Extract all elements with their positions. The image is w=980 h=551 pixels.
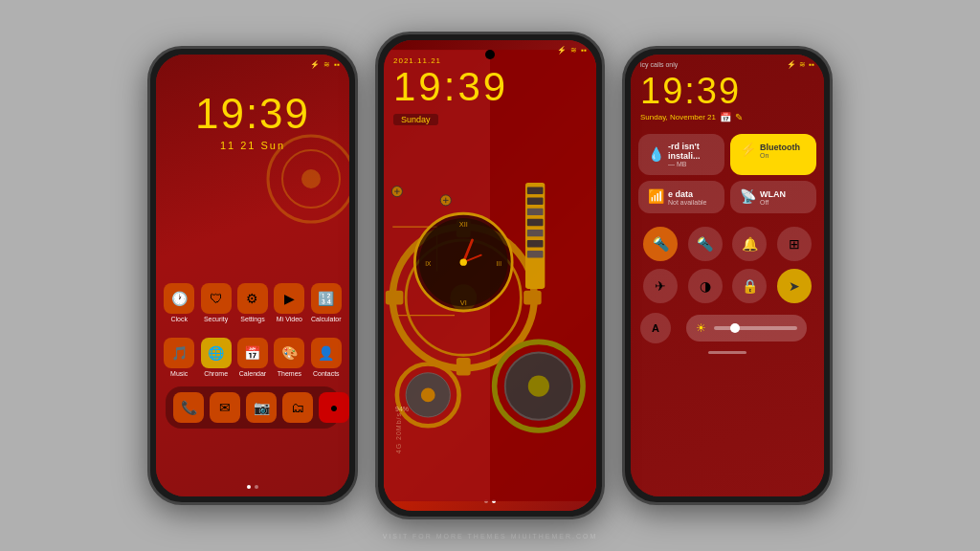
bottom-controls: A ☀ xyxy=(631,307,824,349)
phone-3: icy calls only ⚡ ≋ ▪▪ 19:39 Sunday, Nove… xyxy=(622,46,833,505)
app-icon-security: 🛡 xyxy=(201,283,232,314)
home-indicator xyxy=(631,351,824,354)
airplane-icon: ✈ xyxy=(655,278,666,294)
app-icon-mivideo: ▶ xyxy=(274,283,304,314)
wifi-icon-2: ≋ xyxy=(570,46,577,55)
app-grid-2: 🎵 Music 🌐 Chrome 📅 Calendar 🎨 Themes 👤 xyxy=(156,330,349,381)
status-left: icy calls only xyxy=(640,61,678,68)
phone-2-screen: XII III VI IX xyxy=(384,40,596,511)
svg-text:VI: VI xyxy=(460,298,467,307)
app-music[interactable]: 🎵 Music xyxy=(164,338,194,377)
tile-mobile[interactable]: 📶 e data Not available xyxy=(638,181,724,213)
svg-point-17 xyxy=(528,376,549,397)
svg-point-2 xyxy=(301,169,321,188)
tile-bt-label: Bluetooth xyxy=(760,143,800,152)
tile-bt-icon: ⚡ xyxy=(740,142,756,157)
app-contacts[interactable]: 👤 Contacts xyxy=(311,338,342,377)
control-center: icy calls only ⚡ ≋ ▪▪ 19:39 Sunday, Nove… xyxy=(631,55,824,496)
svg-rect-31 xyxy=(527,187,544,194)
app-label-mivideo: Mi Video xyxy=(277,316,302,322)
home-screen: ⚡ ≋ ▪▪ 19:39 11 21 Sun 🕐 Clock xyxy=(156,55,349,496)
control-date: Sunday, November 21 📅 ✎ xyxy=(631,112,824,122)
app-chrome[interactable]: 🌐 Chrome xyxy=(200,338,231,377)
calendar-icon-ctrl[interactable]: 📅 xyxy=(720,112,731,122)
tile-data-icon: 💧 xyxy=(648,146,664,162)
battery-icon: ▪▪ xyxy=(334,60,340,69)
app-label-music: Music xyxy=(170,370,188,377)
app-icon-music: 🎵 xyxy=(164,338,194,368)
app-label-clock: Clock xyxy=(170,316,188,322)
lock-icon: 🔒 xyxy=(742,278,758,294)
app-calculator[interactable]: 🔢 Calculator xyxy=(311,283,342,322)
app-clock[interactable]: 🕐 Clock xyxy=(164,283,194,322)
app-phone[interactable]: 📞 xyxy=(173,392,204,423)
lock-screen: XII III VI IX xyxy=(384,40,596,511)
app-calendar[interactable]: 📅 Calendar xyxy=(237,338,268,377)
app-miui[interactable]: ● xyxy=(319,392,349,423)
app-label-contacts: Contacts xyxy=(313,370,340,377)
tile-wlan[interactable]: 📡 WLAN Off xyxy=(730,181,816,213)
app-icon-files: 🗂 xyxy=(282,392,313,423)
svg-text:III: III xyxy=(497,260,502,267)
tile-bluetooth[interactable]: ⚡ Bluetooth On xyxy=(730,134,816,175)
wifi-icon: ≋ xyxy=(323,60,330,69)
app-files[interactable]: 🗂 xyxy=(282,392,313,423)
svg-point-20 xyxy=(421,387,435,402)
app-messages[interactable]: ✉ xyxy=(210,392,240,423)
btn-lock[interactable]: 🔒 xyxy=(732,269,767,303)
bluetooth-icon: ⚡ xyxy=(310,60,320,69)
btn-bell[interactable]: 🔔 xyxy=(732,227,767,261)
control-btns-row1: 🔦 🔦 🔔 ⊞ xyxy=(631,223,824,265)
tile-mobile-label: e data xyxy=(668,189,706,199)
dot-1 xyxy=(247,485,251,489)
svg-rect-14 xyxy=(523,291,542,305)
font-icon: A xyxy=(652,322,659,334)
btn-darkmode[interactable]: ◑ xyxy=(688,269,723,303)
phone-1: ⚡ ≋ ▪▪ 19:39 11 21 Sun 🕐 Clock xyxy=(147,46,358,505)
bt-icon-2: ⚡ xyxy=(557,46,567,55)
tile-mobile-sub: Not available xyxy=(668,199,706,206)
tile-data[interactable]: 💧 -rd isn't instali... — MB xyxy=(638,134,724,175)
location-icon: ➤ xyxy=(789,278,800,294)
app-security[interactable]: 🛡 Security xyxy=(200,283,231,322)
bat-icon-2: ▪▪ xyxy=(581,46,587,55)
svg-rect-36 xyxy=(527,240,544,247)
btn-location[interactable]: ➤ xyxy=(777,269,812,303)
bat-icon-3: ▪▪ xyxy=(809,60,814,69)
page-indicator-1 xyxy=(247,485,258,489)
app-grid-dock: 📞 ✉ 📷 🗂 ● xyxy=(166,392,340,423)
app-label-security: Security xyxy=(204,316,228,322)
app-icon-calendar: 📅 xyxy=(237,338,268,368)
app-icon-settings: ⚙ xyxy=(237,283,268,314)
btn-flashlight[interactable]: 🔦 xyxy=(688,227,723,261)
edit-icon-ctrl[interactable]: ✎ xyxy=(735,112,743,122)
btn-torch[interactable]: 🔦 xyxy=(643,227,678,261)
watermark: VISIT FOR MORE THEMES MIUITHEMER.COM xyxy=(383,533,598,540)
app-mivideo[interactable]: ▶ Mi Video xyxy=(274,283,304,322)
tile-bt-sub: On xyxy=(760,152,800,159)
app-icon-miui: ● xyxy=(319,392,349,423)
dock: 📞 ✉ 📷 🗂 ● xyxy=(166,386,340,429)
app-icon-phone: 📞 xyxy=(173,392,204,423)
lock-bottom-info: 94% 4G 20Mb/s xyxy=(395,406,409,453)
darkmode-icon: ◑ xyxy=(700,278,711,294)
btn-screenshot[interactable]: ⊞ xyxy=(777,227,812,261)
app-icon-clock: 🕐 xyxy=(164,283,194,314)
app-themes[interactable]: 🎨 Themes xyxy=(274,338,304,377)
flashlight-icon: 🔦 xyxy=(697,236,713,252)
app-camera[interactable]: 📷 xyxy=(246,392,277,423)
svg-rect-34 xyxy=(527,219,544,226)
app-icon-camera: 📷 xyxy=(246,392,277,423)
svg-point-29 xyxy=(460,258,467,265)
brightness-control[interactable]: ☀ xyxy=(686,315,807,342)
brightness-icon: ☀ xyxy=(696,321,706,335)
app-icon-themes: 🎨 xyxy=(274,338,304,368)
app-icon-chrome: 🌐 xyxy=(201,338,232,368)
app-settings[interactable]: ⚙ Settings xyxy=(237,283,268,322)
lock-percentage: 94% xyxy=(395,406,409,412)
status-bar-3: icy calls only ⚡ ≋ ▪▪ xyxy=(631,55,824,71)
btn-airplane[interactable]: ✈ xyxy=(643,269,678,303)
phone-2: XII III VI IX xyxy=(375,32,605,519)
btn-font[interactable]: A xyxy=(640,313,671,343)
lock-time: 19:39 xyxy=(393,65,587,109)
